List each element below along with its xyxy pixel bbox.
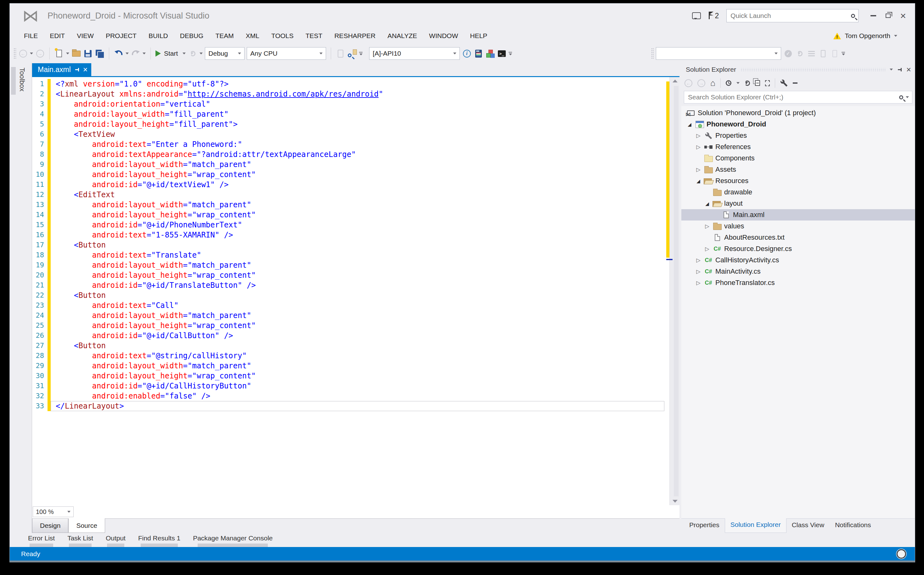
code-line-9[interactable]: 9 android:layout_width="match_parent": [32, 159, 679, 170]
close-button[interactable]: ×: [900, 11, 906, 21]
code-area[interactable]: 1<?xml version="1.0" encoding="utf-8"?>2…: [32, 77, 679, 505]
code-line-19[interactable]: 19 android:layout_width="match_parent": [32, 260, 679, 270]
tree-item-callhistoryactivity-cs[interactable]: ▷C#CallHistoryActivity.cs: [681, 254, 915, 266]
check-in-button-disabled[interactable]: ✓: [783, 48, 793, 59]
device-log-button[interactable]: [474, 48, 483, 59]
tree-item-phoneword-droid[interactable]: ◢Phoneword_Droid: [681, 119, 915, 130]
code-line-21[interactable]: 21 android:id="@+id/TranslateButton" />: [32, 280, 679, 290]
expander-collapsed-icon[interactable]: ▷: [703, 224, 712, 229]
close-icon[interactable]: ×: [907, 65, 911, 74]
restart-button[interactable]: [188, 48, 197, 59]
scrollbar-thumb[interactable]: [674, 86, 679, 496]
quick-launch-input[interactable]: [730, 12, 851, 20]
code-line-17[interactable]: 17 <Button: [32, 240, 679, 250]
expander-collapsed-icon[interactable]: ▷: [694, 145, 703, 150]
panel-tab-solution-explorer[interactable]: Solution Explorer: [725, 518, 786, 533]
tree-item-phonetranslator-cs[interactable]: ▷C#PhoneTranslator.cs: [681, 277, 915, 288]
code-line-16[interactable]: 16 android:text="1-855-XAMARIN" />: [32, 230, 679, 240]
device-target-select[interactable]: [A]-API10: [369, 47, 460, 60]
window-position-menu-icon[interactable]: [890, 68, 893, 70]
menu-help[interactable]: HELP: [464, 30, 493, 41]
tree-item-properties[interactable]: ▷Properties: [681, 130, 915, 141]
pin-icon[interactable]: [897, 67, 902, 72]
collapse-all-icon[interactable]: [755, 80, 760, 86]
minimize-button[interactable]: [870, 15, 876, 16]
code-line-33[interactable]: 33</LinearLayout>: [32, 401, 679, 411]
undo-button[interactable]: [114, 48, 123, 59]
device-button-disabled[interactable]: [830, 48, 839, 59]
scroll-down-icon[interactable]: [673, 500, 677, 503]
menu-file[interactable]: FILE: [18, 30, 44, 41]
new-file-button[interactable]: [54, 48, 64, 59]
code-line-30[interactable]: 30 android:layout_height="wrap_content": [32, 371, 679, 381]
menu-debug[interactable]: DEBUG: [174, 30, 210, 41]
code-line-25[interactable]: 25 android:layout_height="wrap_content": [32, 321, 679, 330]
new-file-dropdown-icon[interactable]: [66, 52, 69, 54]
tree-item-solution-phoneword-droid-1-project[interactable]: ⋈Solution 'Phoneword_Droid' (1 project): [681, 107, 915, 119]
tree-item-values[interactable]: ▷values: [681, 221, 915, 232]
autohide-tab-task-list[interactable]: Task List: [67, 533, 93, 547]
back-button-disabled[interactable]: ←: [684, 79, 692, 87]
notifications-flag-button[interactable]: 2: [708, 12, 719, 20]
filter-dropdown-icon[interactable]: [736, 82, 740, 84]
menu-tools[interactable]: TOOLS: [265, 30, 300, 41]
code-line-10[interactable]: 10 android:layout_height="wrap_content": [32, 170, 679, 179]
autohide-tab-find-results-1[interactable]: Find Results 1: [138, 533, 180, 547]
code-line-8[interactable]: 8 android:textAppearance="?android:attr/…: [32, 149, 679, 159]
expander-collapsed-icon[interactable]: ▷: [694, 280, 703, 286]
show-all-files-icon[interactable]: [765, 80, 770, 86]
feedback-bubble-icon[interactable]: [692, 12, 701, 19]
code-line-13[interactable]: 13 android:layout_width="match_parent": [32, 200, 679, 210]
code-line-20[interactable]: 20 android:layout_height="wrap_content": [32, 270, 679, 280]
code-line-4[interactable]: 4 android:layout_width="fill_parent": [32, 109, 679, 119]
code-line-22[interactable]: 22 <Button: [32, 290, 679, 300]
solution-configuration-select[interactable]: Debug: [205, 47, 245, 60]
document-tab-main-axml[interactable]: Main.axml ×: [32, 63, 91, 76]
quick-launch-box[interactable]: [726, 9, 859, 22]
editor-vertical-scrollbar[interactable]: [666, 77, 679, 505]
tree-item-components[interactable]: Components: [681, 152, 915, 164]
tree-item-drawable[interactable]: drawable: [681, 186, 915, 198]
toolbar-overflow-button[interactable]: [509, 52, 512, 56]
code-line-12[interactable]: 12 <EditText: [32, 190, 679, 200]
menu-project[interactable]: PROJECT: [100, 30, 143, 41]
solution-explorer-search-box[interactable]: [684, 91, 912, 103]
expander-collapsed-icon[interactable]: ▷: [694, 269, 703, 274]
code-line-6[interactable]: 6 <TextView: [32, 129, 679, 139]
android-sdk-manager-button[interactable]: [485, 48, 495, 59]
status-feedback-indicator[interactable]: [897, 549, 906, 559]
solution-explorer-search-input[interactable]: [687, 93, 899, 101]
toolbar-overflow-button[interactable]: [359, 52, 363, 56]
tree-item-mainactivity-cs[interactable]: ▷C#MainActivity.cs: [681, 266, 915, 277]
code-line-31[interactable]: 31 android:id="@+id/CallHistoryButton": [32, 381, 679, 391]
code-line-23[interactable]: 23 android:text="Call": [32, 300, 679, 310]
view-tab-design[interactable]: Design: [32, 519, 68, 533]
code-line-24[interactable]: 24 android:layout_width="match_parent": [32, 310, 679, 321]
expander-expanded-icon[interactable]: ◢: [694, 179, 703, 183]
expander-collapsed-icon[interactable]: ▷: [694, 133, 703, 138]
panel-tab-properties[interactable]: Properties: [684, 519, 725, 533]
expander-collapsed-icon[interactable]: ▷: [694, 167, 703, 172]
pending-changes-filter-icon[interactable]: [726, 80, 732, 86]
toolbar-overflow-button[interactable]: [841, 52, 845, 56]
code-line-26[interactable]: 26 android:id="@+id/CallButton" />: [32, 330, 679, 341]
redo-dropdown-icon[interactable]: [143, 52, 146, 54]
navigate-back-dropdown-icon[interactable]: [30, 52, 33, 54]
start-dropdown-icon[interactable]: [183, 52, 186, 54]
toolbox-autohide-tab[interactable]: Toolbox: [10, 67, 30, 121]
close-icon[interactable]: ×: [83, 66, 88, 74]
code-line-27[interactable]: 27 <Button: [32, 341, 679, 351]
android-info-button[interactable]: i: [462, 48, 471, 59]
tree-item-aboutresources-txt[interactable]: AboutResources.txt: [681, 232, 915, 243]
expander-collapsed-icon[interactable]: ▷: [694, 257, 703, 263]
menu-view[interactable]: VIEW: [71, 30, 100, 41]
navigate-forward-button[interactable]: →: [35, 48, 45, 59]
code-line-7[interactable]: 7 android:text="Enter a Phoneword:": [32, 139, 679, 149]
restart-dropdown-icon[interactable]: [200, 52, 203, 54]
tree-item-references[interactable]: ▷References: [681, 141, 915, 152]
code-line-1[interactable]: 1<?xml version="1.0" encoding="utf-8"?>: [32, 79, 679, 89]
menu-team[interactable]: TEAM: [209, 30, 240, 41]
autohide-tab-package-manager-console[interactable]: Package Manager Console: [193, 533, 272, 547]
redo-button[interactable]: [131, 48, 140, 59]
save-button[interactable]: [83, 48, 92, 59]
